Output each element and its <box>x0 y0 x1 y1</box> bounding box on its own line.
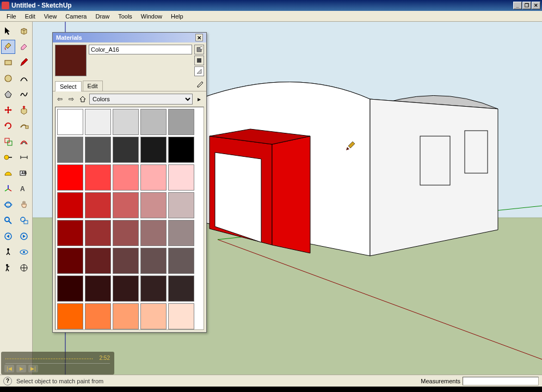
followme-tool[interactable] <box>17 119 31 133</box>
close-button[interactable]: ✕ <box>532 2 540 9</box>
color-swatch[interactable] <box>85 164 111 191</box>
arc-tool[interactable] <box>17 71 31 85</box>
rotate-tool[interactable] <box>1 119 15 133</box>
color-swatch[interactable] <box>140 192 167 218</box>
color-swatch[interactable] <box>85 275 111 302</box>
color-swatch[interactable] <box>168 109 194 135</box>
axes-tool[interactable] <box>1 182 15 196</box>
swatch-list[interactable] <box>55 107 204 330</box>
color-swatch[interactable] <box>57 275 83 302</box>
menu-tools[interactable]: Tools <box>114 12 137 21</box>
color-swatch[interactable] <box>168 248 194 274</box>
color-swatch[interactable] <box>168 303 194 329</box>
materials-title-bar[interactable]: Materials ✕ <box>53 33 206 42</box>
video-seek-bar[interactable]: 2:52 <box>5 354 110 364</box>
color-swatch[interactable] <box>85 109 111 135</box>
color-swatch[interactable] <box>57 137 83 163</box>
color-swatch[interactable] <box>57 192 83 218</box>
help-icon[interactable]: ? <box>3 377 12 385</box>
color-swatch[interactable] <box>140 275 167 302</box>
tape-tool[interactable] <box>1 150 15 164</box>
color-swatch[interactable] <box>113 275 139 302</box>
menu-help[interactable]: Help <box>167 12 188 21</box>
restore-button[interactable]: ❐ <box>522 2 531 9</box>
orbit-tool[interactable] <box>1 198 15 212</box>
pan-tool[interactable] <box>17 198 31 212</box>
color-swatch[interactable] <box>57 164 83 191</box>
move-tool[interactable] <box>1 103 15 117</box>
nav-forward-button[interactable]: ⇨ <box>66 94 76 104</box>
circle-tool[interactable] <box>1 71 15 85</box>
color-swatch[interactable] <box>168 192 194 218</box>
color-swatch[interactable] <box>85 303 111 329</box>
protractor-tool[interactable] <box>1 166 15 180</box>
scale-tool[interactable] <box>1 134 15 149</box>
collection-dropdown[interactable]: Colors <box>89 94 193 105</box>
look-around-tool[interactable] <box>17 245 31 259</box>
color-swatch[interactable] <box>113 248 139 274</box>
minimize-button[interactable]: _ <box>513 2 522 9</box>
text-tool[interactable]: AB <box>17 166 31 180</box>
menu-draw[interactable]: Draw <box>91 12 114 21</box>
color-swatch[interactable] <box>57 248 83 274</box>
color-swatch[interactable] <box>85 137 111 163</box>
menu-window[interactable]: Window <box>137 12 167 21</box>
color-swatch[interactable] <box>168 137 194 163</box>
color-swatch[interactable] <box>113 109 139 135</box>
line-tool[interactable] <box>17 56 31 70</box>
zoom-window-tool[interactable] <box>17 213 31 228</box>
menu-view[interactable]: View <box>40 12 61 21</box>
prev-view-tool[interactable] <box>1 229 15 243</box>
make-component-tool[interactable] <box>17 24 31 38</box>
color-swatch[interactable] <box>113 137 139 163</box>
color-swatch[interactable] <box>140 164 167 191</box>
color-swatch[interactable] <box>140 137 167 163</box>
color-swatch[interactable] <box>57 109 83 135</box>
materials-panel[interactable]: Materials ✕ Select Edit ⇦ ⇨ <box>52 32 207 333</box>
video-next-button[interactable]: ▶| <box>28 365 38 372</box>
display-secondary-button[interactable] <box>194 66 204 76</box>
select-tool[interactable] <box>1 24 15 38</box>
dimension-tool[interactable] <box>17 150 31 164</box>
color-swatch[interactable] <box>168 275 194 302</box>
color-swatch[interactable] <box>140 248 167 274</box>
color-swatch[interactable] <box>113 303 139 329</box>
polygon-tool[interactable] <box>1 87 15 101</box>
color-swatch[interactable] <box>168 220 194 246</box>
rectangle-tool[interactable] <box>1 56 15 70</box>
color-swatch[interactable] <box>140 303 167 329</box>
color-swatch[interactable] <box>140 109 167 135</box>
next-view-tool[interactable] <box>17 229 31 243</box>
color-swatch[interactable] <box>168 164 194 191</box>
paint-bucket-tool[interactable] <box>1 40 15 54</box>
position-camera-tool[interactable] <box>1 245 15 259</box>
color-swatch[interactable] <box>113 164 139 191</box>
menu-file[interactable]: File <box>2 12 21 21</box>
video-prev-button[interactable]: |◀ <box>4 365 14 372</box>
current-material-preview[interactable] <box>55 45 87 76</box>
color-swatch[interactable] <box>113 220 139 246</box>
color-swatch[interactable] <box>113 192 139 218</box>
color-swatch[interactable] <box>140 220 167 246</box>
color-swatch[interactable] <box>85 220 111 246</box>
nav-home-button[interactable] <box>78 94 88 104</box>
sample-paint-button[interactable] <box>195 81 204 89</box>
color-swatch[interactable] <box>57 303 83 329</box>
color-swatch[interactable] <box>57 220 83 246</box>
menu-edit[interactable]: Edit <box>21 12 40 21</box>
pushpull-tool[interactable] <box>17 103 31 117</box>
freehand-tool[interactable] <box>17 87 31 101</box>
nav-back-button[interactable]: ⇦ <box>55 94 65 104</box>
measurements-input[interactable] <box>463 377 539 385</box>
video-play-button[interactable]: ▶ <box>16 365 26 372</box>
tab-edit[interactable]: Edit <box>83 81 103 91</box>
material-name-input[interactable] <box>89 45 192 54</box>
walk-tool[interactable] <box>1 261 15 275</box>
eraser-tool[interactable] <box>17 40 31 54</box>
3dtext-tool[interactable]: A <box>17 182 31 196</box>
color-swatch[interactable] <box>85 192 111 218</box>
offset-tool[interactable] <box>17 134 31 149</box>
collection-menu-button[interactable]: ▸ <box>194 94 204 104</box>
materials-close-button[interactable]: ✕ <box>195 34 203 41</box>
tab-select[interactable]: Select <box>55 81 82 91</box>
